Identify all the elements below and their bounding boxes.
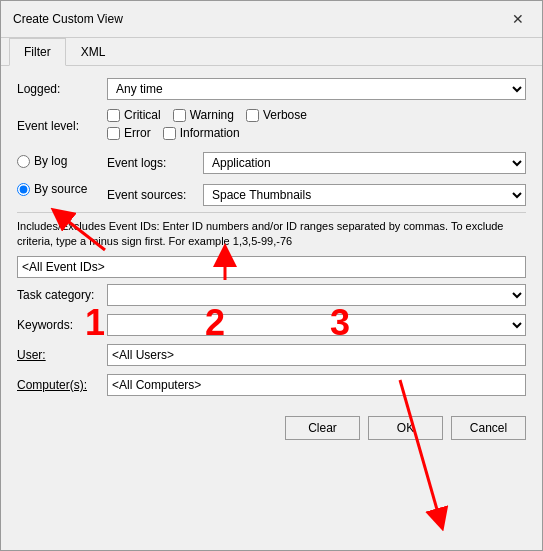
event-sources-row: Event sources: Space Thumbnails [107, 184, 526, 206]
title-bar: Create Custom View ✕ [1, 1, 542, 38]
computers-input-wrapper [107, 374, 526, 396]
ok-button[interactable]: OK [368, 416, 443, 440]
checkbox-warning[interactable]: Warning [173, 108, 234, 122]
description-text: Includes/Excludes Event IDs: Enter ID nu… [17, 212, 526, 250]
log-source-section: By log By source Event logs: Application [17, 152, 526, 206]
event-sources-label: Event sources: [107, 188, 197, 202]
tab-filter[interactable]: Filter [9, 38, 66, 66]
checkbox-error[interactable]: Error [107, 126, 151, 140]
event-sources-dropdown-wrapper: Space Thumbnails [203, 184, 526, 206]
verbose-checkbox[interactable] [246, 109, 259, 122]
checkbox-critical[interactable]: Critical [107, 108, 161, 122]
logged-dropdown[interactable]: Any time [107, 78, 526, 100]
event-ids-row [17, 256, 526, 278]
checkbox-verbose[interactable]: Verbose [246, 108, 307, 122]
filter-tab-content: Logged: Any time Event level: Critical [1, 66, 542, 550]
keywords-dropdown-wrapper [107, 314, 526, 336]
user-input-wrapper [107, 344, 526, 366]
task-category-row: Task category: [17, 284, 526, 306]
critical-checkbox[interactable] [107, 109, 120, 122]
event-level-label: Event level: [17, 119, 107, 133]
close-button[interactable]: ✕ [506, 9, 530, 29]
information-checkbox[interactable] [163, 127, 176, 140]
tab-xml[interactable]: XML [66, 38, 121, 66]
task-category-dropdown[interactable] [107, 284, 526, 306]
task-category-dropdown-wrapper [107, 284, 526, 306]
event-logs-label: Event logs: [107, 156, 197, 170]
checkbox-information[interactable]: Information [163, 126, 240, 140]
checkboxes-row2: Error Information [107, 126, 307, 140]
keywords-row: Keywords: [17, 314, 526, 336]
user-input[interactable] [107, 344, 526, 366]
dialog-title: Create Custom View [13, 12, 123, 26]
radio-by-source[interactable]: By source [17, 182, 107, 196]
event-logs-row: Event logs: Application [107, 152, 526, 174]
computers-label: Computer(s): [17, 378, 107, 392]
task-category-label: Task category: [17, 288, 107, 302]
create-custom-view-dialog: Create Custom View ✕ Filter XML Logged: … [0, 0, 543, 551]
keywords-dropdown[interactable] [107, 314, 526, 336]
keywords-label: Keywords: [17, 318, 107, 332]
by-log-radio[interactable] [17, 155, 30, 168]
by-source-radio[interactable] [17, 183, 30, 196]
event-sources-dropdown[interactable]: Space Thumbnails [203, 184, 526, 206]
error-checkbox[interactable] [107, 127, 120, 140]
warning-checkbox[interactable] [173, 109, 186, 122]
logged-dropdown-wrapper: Any time [107, 78, 526, 100]
radio-group: By log By source [17, 152, 107, 196]
computers-input[interactable] [107, 374, 526, 396]
logged-row: Logged: Any time [17, 78, 526, 100]
event-level-row: Event level: Critical Warning [17, 108, 526, 144]
logged-label: Logged: [17, 82, 107, 96]
checkboxes-row1: Critical Warning Verbose [107, 108, 307, 122]
event-logs-dropdown-wrapper: Application [203, 152, 526, 174]
radio-by-log[interactable]: By log [17, 154, 107, 168]
event-logs-dropdown[interactable]: Application [203, 152, 526, 174]
log-source-fields: Event logs: Application Event sources: S… [107, 152, 526, 206]
clear-button[interactable]: Clear [285, 416, 360, 440]
cancel-button[interactable]: Cancel [451, 416, 526, 440]
event-level-checkboxes: Critical Warning Verbose [107, 108, 307, 144]
tab-bar: Filter XML [1, 38, 542, 66]
computers-row: Computer(s): [17, 374, 526, 396]
button-row: Clear OK Cancel [17, 408, 526, 440]
user-label: User: [17, 348, 107, 362]
event-ids-input[interactable] [17, 256, 526, 278]
user-row: User: [17, 344, 526, 366]
